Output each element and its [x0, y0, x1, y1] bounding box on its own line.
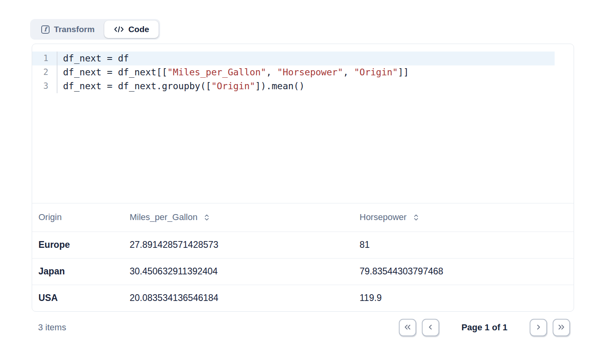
sort-icon [413, 214, 419, 221]
next-page-button[interactable] [530, 319, 547, 336]
prev-page-button[interactable] [422, 319, 439, 336]
tab-transform-label: Transform [54, 25, 95, 34]
cell-origin: USA [32, 285, 123, 311]
result-table: OriginMiles_per_GallonHorsepower Europe2… [32, 203, 574, 311]
items-count: 3 items [32, 322, 66, 333]
table-body: Europe27.89142857142857381Japan30.450632… [32, 232, 574, 311]
column-header-horsepower[interactable]: Horsepower [353, 203, 574, 232]
cell-miles-per-gallon: 20.083534136546184 [123, 285, 353, 311]
code-icon [114, 25, 124, 33]
cell-miles-per-gallon: 30.450632911392404 [123, 258, 353, 285]
cell-horsepower: 81 [353, 232, 574, 258]
line-number: 3 [32, 79, 57, 93]
double-chevron-left-icon [403, 324, 412, 332]
function-icon: f [41, 25, 50, 34]
column-label: Miles_per_Gallon [130, 212, 197, 222]
cell-miles-per-gallon: 27.891428571428573 [123, 232, 353, 258]
code-editor[interactable]: 1df_next = df2df_next = df_next[["Miles_… [32, 44, 574, 203]
column-label: Horsepower [360, 212, 407, 222]
table-row: USA20.083534136546184119.9 [32, 285, 574, 311]
tab-code-label: Code [128, 25, 149, 34]
last-page-button[interactable] [553, 319, 570, 336]
main-panel: 1df_next = df2df_next = df_next[["Miles_… [32, 44, 574, 312]
page-indicator: Page 1 of 1 [439, 322, 530, 333]
tab-code[interactable]: Code [104, 21, 159, 38]
cell-horsepower: 119.9 [353, 285, 574, 311]
column-label: Origin [38, 212, 62, 222]
cell-origin: Japan [32, 258, 123, 285]
chevron-right-icon [535, 324, 542, 332]
tab-transform[interactable]: f Transform [32, 21, 104, 38]
column-header-miles_per_gallon[interactable]: Miles_per_Gallon [123, 203, 353, 232]
code-text: df_next = df_next[["Miles_per_Gallon", "… [57, 65, 409, 79]
first-page-button[interactable] [399, 319, 416, 336]
chevron-left-icon [427, 324, 434, 332]
pagination: Page 1 of 1 [399, 319, 574, 336]
code-line: 1df_next = df [32, 52, 555, 65]
table-row: Europe27.89142857142857381 [32, 232, 574, 258]
line-number: 1 [32, 52, 57, 65]
view-tabs: f Transform Code [30, 19, 160, 40]
line-number: 2 [32, 65, 57, 79]
table-footer: 3 items Page 1 of 1 [32, 319, 574, 336]
column-header-origin: Origin [32, 203, 123, 232]
cell-horsepower: 79.83544303797468 [353, 258, 574, 285]
code-text: df_next = df [57, 52, 129, 65]
table-row: Japan30.45063291139240479.83544303797468 [32, 258, 574, 285]
code-line: 2df_next = df_next[["Miles_per_Gallon", … [32, 65, 574, 79]
cell-origin: Europe [32, 232, 123, 258]
table-header-row: OriginMiles_per_GallonHorsepower [32, 203, 574, 232]
sort-icon [203, 214, 210, 221]
code-line: 3df_next = df_next.groupby(["Origin"]).m… [32, 79, 574, 93]
double-chevron-right-icon [557, 324, 566, 332]
code-text: df_next = df_next.groupby(["Origin"]).me… [57, 79, 304, 93]
